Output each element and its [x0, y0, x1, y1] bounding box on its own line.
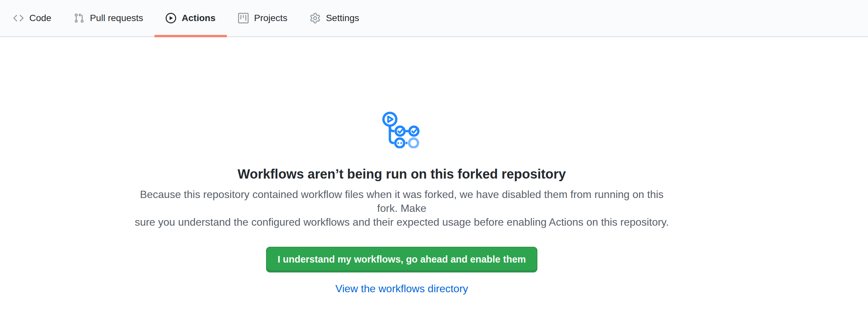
- tab-projects[interactable]: Projects: [227, 0, 299, 36]
- tab-code[interactable]: Code: [2, 0, 63, 36]
- tab-label: Settings: [326, 13, 359, 23]
- tab-label: Actions: [182, 13, 216, 23]
- repo-nav: Code Pull requests Actions Projects Sett…: [0, 0, 868, 37]
- tab-label: Projects: [254, 13, 287, 23]
- git-pull-request-icon: [74, 13, 84, 23]
- play-icon: [166, 13, 176, 23]
- description-line-2: sure you understand the configured workf…: [132, 215, 672, 229]
- tab-label: Code: [29, 13, 51, 23]
- blankslate-description: Because this repository contained workfl…: [132, 187, 672, 229]
- active-tab-underline: [154, 35, 227, 37]
- gear-icon: [310, 13, 320, 23]
- blankslate-heading: Workflows aren’t being run on this forke…: [0, 166, 803, 182]
- tab-actions[interactable]: Actions: [154, 0, 227, 36]
- workflow-illustration-icon: [382, 111, 421, 148]
- project-icon: [238, 13, 249, 23]
- tab-pull-requests[interactable]: Pull requests: [63, 0, 154, 36]
- enable-workflows-button[interactable]: I understand my workflows, go ahead and …: [266, 247, 537, 273]
- tab-label: Pull requests: [90, 13, 143, 23]
- actions-blankslate: Workflows aren’t being run on this forke…: [0, 37, 803, 295]
- view-workflows-directory-link[interactable]: View the workflows directory: [0, 283, 803, 295]
- tab-settings[interactable]: Settings: [299, 0, 370, 36]
- description-line-1: Because this repository contained workfl…: [132, 187, 672, 215]
- code-icon: [13, 13, 24, 23]
